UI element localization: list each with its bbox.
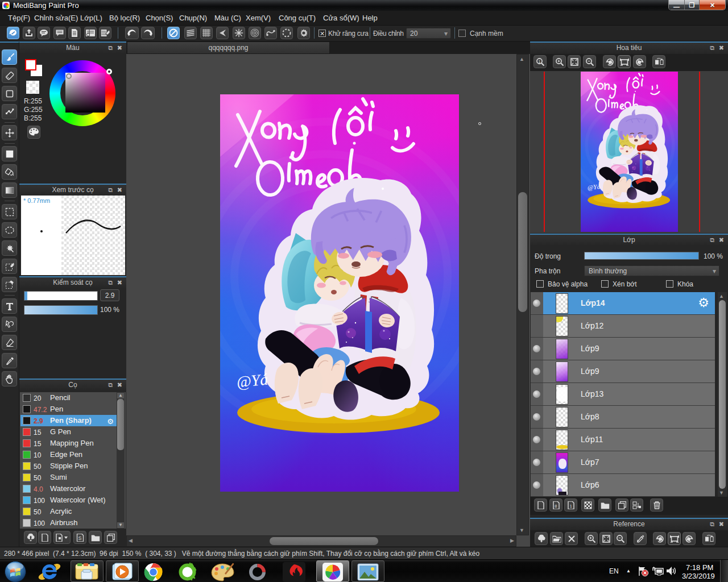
- svg-text:S: S: [78, 535, 81, 541]
- svg-text:8: 8: [555, 504, 557, 509]
- svg-text:1: 1: [569, 504, 572, 509]
- svg-text:@Yá: @Yá: [235, 370, 268, 391]
- svg-text:1: 1: [538, 59, 540, 63]
